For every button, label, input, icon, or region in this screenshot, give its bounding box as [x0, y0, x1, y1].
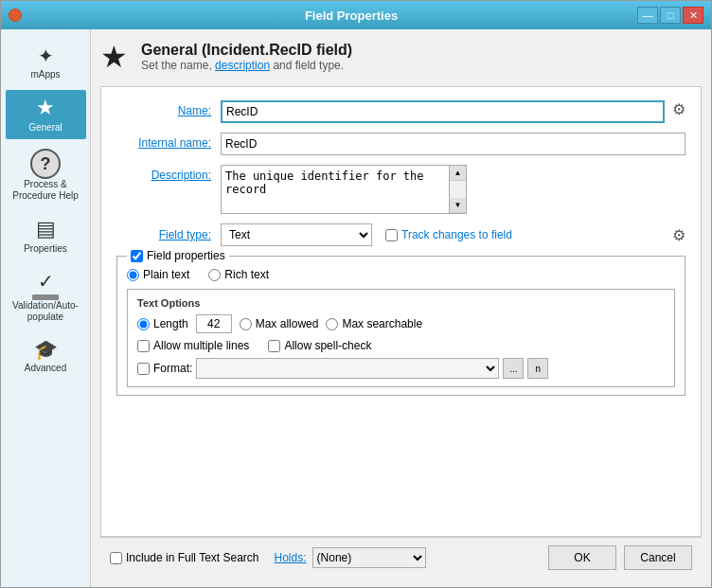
- title-bar: Field Properties — □ ✕: [1, 1, 711, 29]
- name-input[interactable]: [221, 100, 665, 123]
- text-type-radio-row: Plain text Rich text: [127, 268, 675, 281]
- rich-text-option[interactable]: Rich text: [208, 268, 269, 281]
- format-select[interactable]: [196, 358, 499, 379]
- title-bar-title: Field Properties: [65, 9, 637, 23]
- format-n-button[interactable]: n: [527, 358, 548, 379]
- max-allowed-radio[interactable]: [240, 318, 252, 330]
- rich-text-radio[interactable]: [208, 269, 221, 281]
- include-search-checkbox[interactable]: [110, 552, 122, 564]
- sidebar-label-properties: Properties: [24, 243, 67, 255]
- sidebar-item-validation[interactable]: ✓ Validation/Auto-populate: [6, 264, 86, 329]
- plain-text-label: Plain text: [143, 268, 189, 281]
- field-properties-checkbox[interactable]: [131, 250, 143, 262]
- internal-name-row: Internal name:: [116, 133, 685, 155]
- field-properties-legend-label: Field properties: [147, 249, 225, 262]
- max-searchable-option[interactable]: Max searchable: [326, 317, 422, 330]
- scrollbar[interactable]: ▲ ▼: [450, 165, 467, 214]
- page-subtitle: Set the name, description and field type…: [141, 59, 352, 72]
- general-icon: ★: [36, 96, 55, 120]
- form-area: Name: ⚙ Internal name: Description: The …: [100, 86, 702, 537]
- allow-spell-check-label: Allow spell-check: [284, 339, 371, 352]
- length-input[interactable]: [196, 314, 232, 333]
- format-option[interactable]: Format:: [137, 362, 192, 375]
- format-row: Format: ... n: [137, 358, 665, 379]
- name-row: Name: ⚙: [116, 100, 685, 123]
- length-row: Length Max allowed Max searchable: [137, 314, 665, 333]
- length-label: Length: [153, 317, 188, 330]
- minimize-button[interactable]: —: [637, 7, 658, 24]
- description-input[interactable]: The unique identifier for the record: [221, 165, 450, 214]
- max-searchable-label: Max searchable: [342, 317, 422, 330]
- include-search-label: Include in Full Text Search: [126, 551, 259, 564]
- sidebar: ✦ mApps ★ General ? Process & Procedure …: [1, 29, 91, 587]
- field-type-select[interactable]: Text Number DateTime Logical Currency: [221, 223, 372, 246]
- gear-icon-name[interactable]: ⚙: [672, 100, 685, 118]
- description-label[interactable]: Description:: [116, 165, 221, 182]
- mapps-icon: ✦: [38, 45, 54, 67]
- allow-spell-check-option[interactable]: Allow spell-check: [268, 339, 371, 352]
- field-type-row: Field type: Text Number DateTime Logical…: [116, 223, 685, 246]
- page-title: General (Incident.RecID field): [141, 42, 352, 59]
- track-changes-checkbox[interactable]: [385, 229, 398, 241]
- header-section: ★ General (Incident.RecID field) Set the…: [100, 39, 702, 75]
- allow-multiple-lines-label: Allow multiple lines: [153, 339, 249, 352]
- gear-icon-field-type[interactable]: ⚙: [672, 226, 685, 244]
- allow-multiple-lines-option[interactable]: Allow multiple lines: [137, 339, 249, 352]
- window-dot-icon: [9, 9, 22, 22]
- sidebar-item-mapps[interactable]: ✦ mApps: [6, 39, 86, 86]
- allow-spell-check-checkbox[interactable]: [268, 340, 280, 352]
- sidebar-label-validation: Validation/Auto-populate: [9, 300, 82, 323]
- scroll-up-btn[interactable]: ▲: [450, 166, 466, 181]
- header-text: General (Incident.RecID field) Set the n…: [141, 42, 352, 72]
- allow-multiple-lines-checkbox[interactable]: [137, 340, 150, 352]
- window-body: ✦ mApps ★ General ? Process & Procedure …: [1, 29, 711, 587]
- sidebar-item-process[interactable]: ? Process & Procedure Help: [6, 143, 86, 207]
- holds-select[interactable]: (None) Option 1 Option 2: [312, 547, 426, 568]
- sidebar-label-advanced: Advanced: [25, 363, 66, 374]
- length-option[interactable]: Length: [137, 317, 188, 330]
- scroll-track: [450, 181, 466, 198]
- track-changes-label: Track changes to field: [401, 228, 512, 241]
- process-icon: ?: [30, 149, 61, 179]
- main-content: ★ General (Incident.RecID field) Set the…: [91, 29, 711, 587]
- field-properties-legend: Field properties: [127, 249, 229, 262]
- max-searchable-radio[interactable]: [326, 318, 338, 330]
- max-allowed-option[interactable]: Max allowed: [240, 317, 319, 330]
- plain-text-option[interactable]: Plain text: [127, 268, 189, 281]
- ok-button[interactable]: OK: [548, 545, 616, 570]
- description-link[interactable]: description: [215, 59, 270, 72]
- text-options-title: Text Options: [137, 297, 665, 309]
- validation-icon-group: ✓: [32, 270, 59, 300]
- track-changes-group: Track changes to field: [385, 228, 512, 241]
- sidebar-label-process: Process & Procedure Help: [9, 179, 82, 202]
- description-row: Description: The unique identifier for t…: [116, 165, 685, 214]
- format-dots-button[interactable]: ...: [503, 358, 524, 379]
- checkboxes-row: Allow multiple lines Allow spell-check: [137, 339, 665, 352]
- text-options-box: Text Options Length Max allowed: [127, 289, 675, 387]
- include-search-group[interactable]: Include in Full Text Search: [110, 551, 259, 564]
- bottom-bar: Include in Full Text Search Holds: (None…: [100, 537, 702, 578]
- sidebar-label-mapps: mApps: [30, 69, 60, 80]
- rich-text-label: Rich text: [224, 268, 269, 281]
- format-label: Format:: [153, 362, 192, 375]
- field-properties-box: Field properties Plain text Rich text: [116, 256, 685, 396]
- internal-name-label[interactable]: Internal name:: [116, 133, 221, 150]
- format-checkbox[interactable]: [137, 363, 150, 375]
- field-type-label[interactable]: Field type:: [116, 228, 221, 241]
- name-label[interactable]: Name:: [116, 100, 221, 117]
- scroll-down-btn[interactable]: ▼: [450, 198, 466, 213]
- sidebar-item-properties[interactable]: ▤ Properties: [6, 211, 86, 260]
- cancel-button[interactable]: Cancel: [624, 545, 692, 570]
- sidebar-label-general: General: [28, 122, 62, 134]
- plain-text-radio[interactable]: [127, 269, 139, 281]
- field-properties-window: Field Properties — □ ✕ ✦ mApps ★ General…: [0, 0, 712, 588]
- internal-name-input[interactable]: [221, 133, 685, 155]
- holds-label[interactable]: Holds:: [275, 551, 307, 564]
- maximize-button[interactable]: □: [660, 7, 681, 24]
- length-radio[interactable]: [137, 318, 150, 330]
- sidebar-item-general[interactable]: ★ General: [6, 90, 86, 139]
- close-button[interactable]: ✕: [683, 7, 703, 24]
- action-buttons: OK Cancel: [548, 545, 692, 570]
- sidebar-item-advanced[interactable]: 🎓 Advanced: [6, 332, 86, 380]
- properties-icon: ▤: [36, 217, 56, 241]
